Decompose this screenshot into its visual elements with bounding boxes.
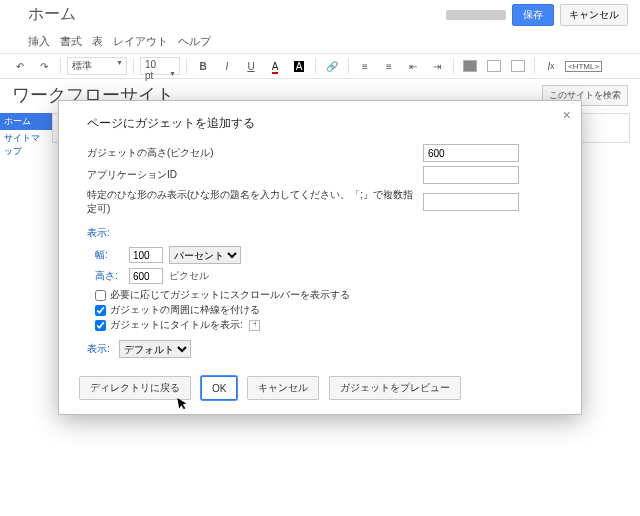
scrollbar-label: 必要に応じてガジェットにスクロールバーを表示する: [110, 288, 350, 302]
gadget-dialog: × ページにガジェットを追加する ガジェットの高さ(ピクセル) アプリケーション…: [58, 100, 582, 415]
close-icon[interactable]: ×: [563, 107, 571, 123]
gadget-height-label: ガジェットの高さ(ピクセル): [87, 146, 423, 160]
dialog-title: ページにガジェットを追加する: [87, 115, 561, 132]
preview-button[interactable]: ガジェットをプレビュー: [329, 376, 461, 400]
display-mode-label: 表示:: [87, 342, 115, 356]
border-label: ガジェットの周囲に枠線を付ける: [110, 303, 260, 317]
height-unit: ピクセル: [169, 269, 209, 283]
ok-button[interactable]: OK: [201, 376, 237, 400]
display-mode-select[interactable]: デフォルト: [119, 340, 191, 358]
back-to-directory-button[interactable]: ディレクトリに戻る: [79, 376, 191, 400]
app-id-input[interactable]: [423, 166, 519, 184]
width-unit-select[interactable]: パーセント: [169, 246, 241, 264]
title-checkbox[interactable]: [95, 320, 106, 331]
title-label: ガジェットにタイトルを表示:: [110, 318, 243, 332]
height-label: 高さ:: [95, 269, 123, 283]
app-id-label: アプリケーションID: [87, 168, 423, 182]
gadget-height-input[interactable]: [423, 144, 519, 162]
template-label: 特定のひな形のみ表示(ひな形の題名を入力してください。「;」で複数指定可): [87, 188, 423, 216]
template-input[interactable]: [423, 193, 519, 211]
height-input[interactable]: [129, 268, 163, 284]
dialog-cancel-button[interactable]: キャンセル: [247, 376, 319, 400]
scrollbar-checkbox[interactable]: [95, 290, 106, 301]
width-input[interactable]: [129, 247, 163, 263]
width-label: 幅:: [95, 248, 123, 262]
title-input[interactable]: [249, 320, 260, 331]
border-checkbox[interactable]: [95, 305, 106, 316]
display-section-label: 表示:: [87, 226, 561, 240]
modal-overlay: × ページにガジェットを追加する ガジェットの高さ(ピクセル) アプリケーション…: [0, 0, 640, 516]
